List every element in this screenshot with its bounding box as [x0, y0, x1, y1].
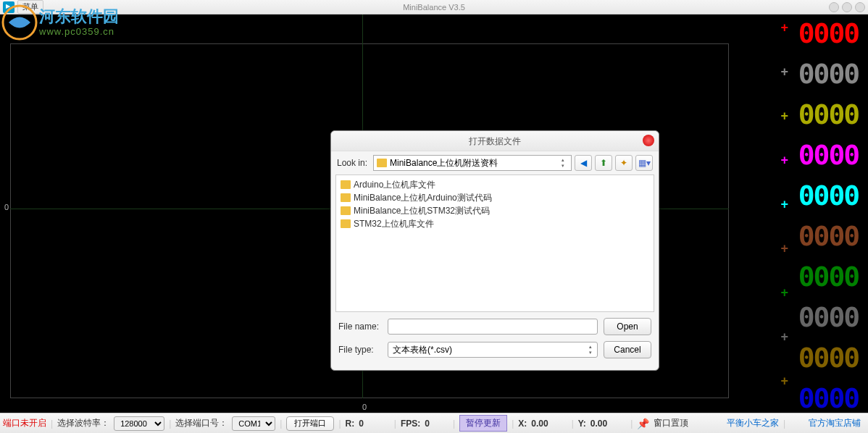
link-home[interactable]: 平衡小车之家: [727, 417, 779, 429]
link-shop[interactable]: 官方淘宝店铺: [809, 417, 861, 429]
channel-marker[interactable]: +: [780, 153, 788, 168]
statusbar: 端口未开启 | 选择波特率： 128000 | 选择端口号： COM1 | 打开…: [0, 413, 868, 433]
filename-label: File name:: [338, 321, 382, 332]
channel-marker[interactable]: +: [780, 109, 788, 124]
separator: |: [572, 419, 574, 429]
separator: |: [783, 419, 785, 429]
channel-marker[interactable]: +: [780, 197, 788, 212]
led-readout: 0000: [790, 56, 867, 91]
logo-text: 河东软件园: [39, 6, 119, 28]
file-name: STM32上位机库文件: [354, 218, 434, 230]
maximize-button[interactable]: [842, 2, 852, 12]
y-label: Y:: [578, 419, 586, 429]
watermark-logo: 河东软件园 www.pc0359.cn: [0, 0, 138, 43]
lookin-label: Look in:: [337, 158, 367, 168]
file-open-dialog: 打开数据文件 Look in: MiniBalance上位机附送资料 ▴▾ ◀ …: [330, 130, 659, 371]
led-displays: 0000000000000000000000000000000000000000: [790, 16, 867, 416]
baud-select[interactable]: 128000: [114, 416, 164, 431]
back-button[interactable]: ◀: [575, 155, 592, 171]
up-button[interactable]: ⬆: [595, 155, 612, 171]
logo-url: www.pc0359.cn: [39, 26, 114, 37]
r-value: 0: [359, 419, 364, 429]
led-readout: 0000: [790, 178, 867, 213]
open-port-button[interactable]: 打开端口: [286, 416, 334, 431]
port-label: 选择端口号：: [175, 417, 228, 429]
separator: |: [280, 419, 282, 429]
separator: |: [169, 419, 171, 429]
folder-icon: [341, 219, 351, 228]
led-readout: 0000: [790, 16, 867, 51]
separator: |: [512, 419, 514, 429]
led-readout: 0000: [790, 340, 867, 375]
x-axis-zero-label: 0: [362, 403, 367, 411]
close-button[interactable]: [855, 2, 865, 12]
folder-icon: [341, 180, 351, 189]
filetype-label: File type:: [338, 345, 382, 355]
separator: |: [453, 419, 455, 429]
led-readout: 0000: [790, 138, 867, 172]
channel-marker[interactable]: +: [780, 64, 788, 80]
led-readout: 0000: [790, 219, 867, 253]
file-list[interactable]: Arduino上位机库文件MiniBalance上位机Arduino测试代码Mi…: [335, 175, 654, 312]
led-readout: 0000: [790, 381, 867, 416]
dialog-title: 打开数据文件: [331, 131, 659, 151]
window-title: MiniBalance V3.5: [403, 3, 465, 12]
folder-icon: [341, 193, 351, 202]
filetype-value: 文本表格(*.csv): [393, 344, 452, 356]
channel-markers: ++++++++++: [780, 20, 788, 433]
r-label: R:: [346, 419, 355, 429]
list-item[interactable]: MiniBalance上位机Arduino测试代码: [339, 191, 651, 204]
topmost-label[interactable]: 窗口置顶: [654, 417, 688, 429]
channel-marker[interactable]: +: [780, 20, 788, 35]
file-name: Arduino上位机库文件: [354, 179, 435, 191]
new-folder-button[interactable]: ✦: [615, 155, 633, 171]
lookin-value: MiniBalance上位机附送资料: [390, 157, 498, 169]
filetype-select[interactable]: 文本表格(*.csv) ▴▾: [388, 342, 598, 358]
list-item[interactable]: Arduino上位机库文件: [339, 178, 651, 191]
dialog-close-button[interactable]: [643, 135, 654, 146]
channel-marker[interactable]: +: [780, 329, 788, 345]
y-value: 0.00: [591, 419, 607, 429]
x-label: X:: [518, 419, 527, 429]
channel-marker[interactable]: +: [780, 241, 788, 256]
list-item[interactable]: STM32上位机库文件: [339, 217, 651, 230]
folder-icon: [377, 159, 387, 167]
channel-marker[interactable]: +: [780, 374, 788, 389]
led-readout: 0000: [790, 300, 867, 335]
pause-button[interactable]: 暂停更新: [459, 415, 507, 432]
led-readout: 0000: [790, 259, 867, 294]
minimize-button[interactable]: [829, 2, 839, 12]
dialog-toolbar: Look in: MiniBalance上位机附送资料 ▴▾ ◀ ⬆ ✦ ▦▾: [331, 151, 659, 175]
folder-icon: [341, 206, 351, 215]
logo-icon: [1, 4, 38, 41]
open-button[interactable]: Open: [604, 318, 651, 335]
separator: |: [394, 419, 396, 429]
file-name: MiniBalance上位机STM32测试代码: [354, 205, 490, 217]
lookin-combo[interactable]: MiniBalance上位机附送资料 ▴▾: [373, 155, 572, 171]
view-mode-button[interactable]: ▦▾: [635, 155, 653, 171]
window-controls: [829, 2, 865, 12]
dialog-title-text: 打开数据文件: [469, 136, 521, 146]
list-item[interactable]: MiniBalance上位机STM32测试代码: [339, 204, 651, 217]
port-status: 端口未开启: [3, 417, 46, 429]
fps-label: FPS:: [401, 419, 420, 429]
separator: |: [630, 419, 633, 429]
led-readout: 0000: [790, 97, 867, 132]
channel-marker[interactable]: +: [780, 285, 788, 300]
filename-input[interactable]: [388, 319, 598, 335]
fps-value: 0: [425, 419, 430, 429]
separator: |: [51, 419, 53, 429]
file-name: MiniBalance上位机Arduino测试代码: [354, 192, 492, 204]
port-select[interactable]: COM1: [232, 416, 275, 431]
dialog-bottom: File name: Open File type: 文本表格(*.csv) ▴…: [331, 312, 659, 370]
pin-icon: 📌: [637, 418, 649, 429]
baud-label: 选择波特率：: [57, 417, 109, 429]
x-value: 0.00: [531, 419, 548, 429]
cancel-button[interactable]: Cancel: [604, 341, 651, 358]
y-axis-zero-label: 0: [4, 203, 9, 211]
separator: |: [338, 419, 341, 429]
